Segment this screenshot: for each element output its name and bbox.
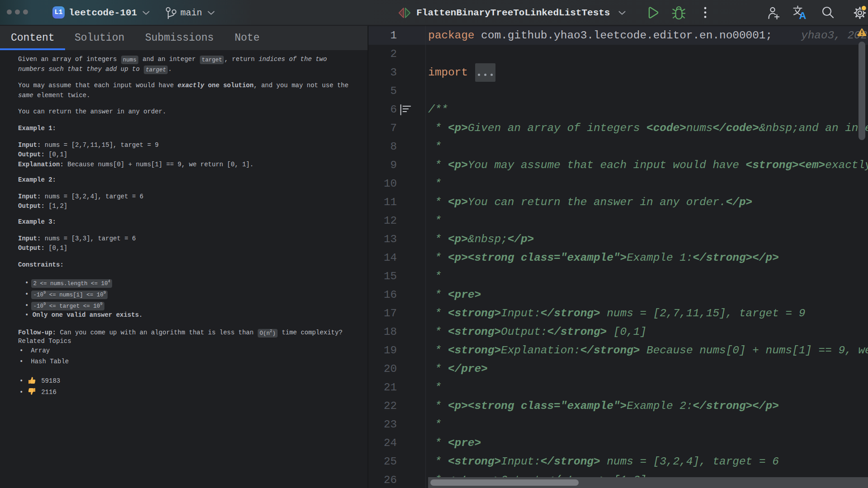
svg-text:A: A xyxy=(799,10,807,20)
